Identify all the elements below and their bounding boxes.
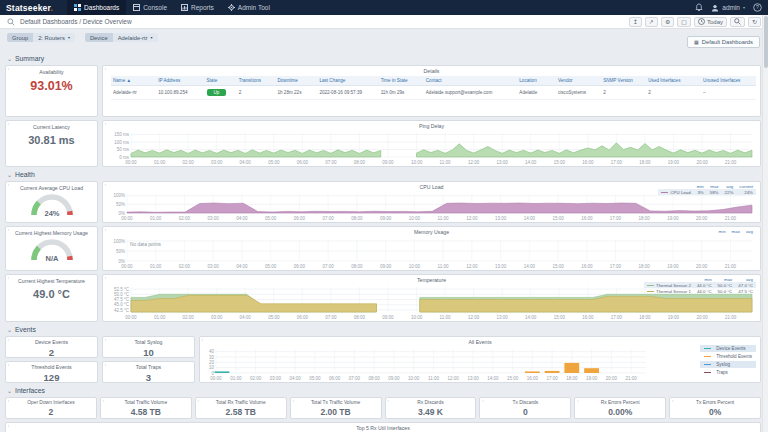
col-transitions[interactable]: Transitions: [237, 76, 276, 86]
group-filter-dropdown[interactable]: 2: Routers▾: [33, 33, 75, 42]
breadcrumb[interactable]: Default Dashboards / Device Overview: [20, 18, 132, 25]
legend-row-device-events[interactable]: Device Events: [700, 345, 756, 352]
svg-text:03:00: 03:00: [211, 315, 223, 320]
svg-text:03:00: 03:00: [208, 264, 220, 269]
settings-button[interactable]: ⚙: [661, 17, 674, 27]
legend-row-sensor1[interactable]: Thermal Sensor 1 44.0 °C50.0 °C47.5 °C: [644, 288, 756, 294]
svg-text:19:00: 19:00: [668, 315, 680, 320]
svg-text:10:00: 10:00: [411, 160, 423, 165]
col-location[interactable]: Location: [517, 76, 556, 86]
user-menu[interactable]: admin ▾: [711, 4, 745, 12]
col-unused[interactable]: Unused Interfaces: [701, 76, 756, 86]
display-button[interactable]: ▢: [677, 17, 691, 27]
svg-text:08:00: 08:00: [351, 216, 363, 221]
all-events-chart[interactable]: 01020304000:0001:0002:0003:0004:0005:000…: [202, 346, 758, 381]
ping-delay-panel: Ping Delay 0 ms50 ms100 ms150 ms00:0001:…: [102, 120, 761, 167]
time-range-button[interactable]: Today: [694, 17, 727, 27]
memory-usage-chart[interactable]: 0%50%100%00:0001:0002:0003:0004:0005:000…: [105, 236, 758, 269]
svg-text:50.0 °C: 50.0 °C: [114, 292, 130, 297]
traps-swatch: [704, 372, 711, 374]
cpu-load-chart[interactable]: 0%50%100%00:0001:0002:0003:0004:0005:000…: [105, 191, 758, 221]
scrollbar-thumb[interactable]: [764, 16, 768, 68]
oper-down-interfaces-panel: Oper Down Interfaces 2: [5, 397, 97, 419]
col-time-in-state[interactable]: Time in State: [379, 76, 424, 86]
current-latency-panel: Current Latency 30.81 ms: [5, 120, 98, 167]
svg-text:17:00: 17:00: [610, 264, 622, 269]
availability-panel: Availability 93.01%: [5, 65, 98, 117]
legend-row-sensor2[interactable]: Thermal Sensor 2 44.0 °C50.0 °C47.0 °C: [644, 282, 756, 288]
svg-text:?: ?: [756, 4, 759, 10]
nav-item-console[interactable]: Console: [126, 0, 174, 15]
cpu-series-swatch: [661, 192, 668, 194]
svg-text:12:00: 12:00: [448, 376, 460, 381]
used-interfaces-link[interactable]: 2: [646, 86, 701, 100]
memory-gauge: N/A: [6, 237, 97, 263]
col-ip[interactable]: IP Address: [156, 76, 204, 86]
svg-text:11:00: 11:00: [440, 315, 451, 320]
svg-text:05:00: 05:00: [268, 160, 280, 165]
grid-icon: ▦: [694, 39, 699, 45]
section-header-summary[interactable]: ⌄ Summary: [7, 54, 761, 63]
legend-row-syslog[interactable]: Syslog: [700, 361, 756, 368]
section-header-events[interactable]: ⌄ Events: [7, 325, 761, 334]
svg-text:06:00: 06:00: [329, 376, 341, 381]
refresh-button[interactable]: ↻: [748, 17, 761, 27]
export-button[interactable]: ↥: [629, 17, 642, 27]
default-dashboards-button[interactable]: ▦ Default Dashboards: [687, 36, 760, 48]
col-contact[interactable]: Contact: [424, 76, 518, 86]
search-icon[interactable]: [7, 18, 15, 26]
col-vendor[interactable]: Vendor: [556, 76, 601, 86]
legend-row-threshold-events[interactable]: Threshold Events: [700, 353, 756, 360]
legend-row-cpu-load[interactable]: CPU Load 3%58%22%24%: [658, 189, 756, 195]
col-downtime[interactable]: Downtime: [275, 76, 317, 86]
ping-delay-chart[interactable]: 0 ms50 ms100 ms150 ms00:0001:0002:0003:0…: [105, 130, 758, 165]
svg-text:05:00: 05:00: [309, 376, 321, 381]
svg-text:100 ms: 100 ms: [114, 140, 130, 145]
nav-item-reports[interactable]: Reports: [174, 0, 221, 15]
svg-text:19:00: 19:00: [586, 376, 598, 381]
svg-text:21:00: 21:00: [725, 264, 737, 269]
notifications-bell-icon[interactable]: [695, 3, 703, 12]
section-header-health[interactable]: ⌄ Health: [7, 170, 761, 179]
nav-item-admin-tool[interactable]: Admin Tool: [221, 0, 277, 15]
device-events-swatch: [704, 348, 711, 350]
total-traps-value: 3: [103, 372, 194, 383]
sensor1-swatch: [647, 291, 654, 293]
rx-discards-panel: Rx Discards 3.49 K: [385, 397, 477, 419]
top-navbar: Statseeker. Dashboards Console Reports A…: [0, 0, 768, 15]
section-header-interfaces[interactable]: ⌄ Interfaces: [7, 386, 761, 395]
svg-text:19:00: 19:00: [667, 216, 679, 221]
device-filter-dropdown[interactable]: Adelaide-rtr▾: [113, 33, 158, 42]
unused-interfaces-link[interactable]: –: [701, 86, 756, 100]
svg-text:17:00: 17:00: [546, 376, 558, 381]
cpu-gauge-value: 24%: [44, 209, 59, 218]
svg-text:16:00: 16:00: [581, 264, 593, 269]
col-state[interactable]: State: [205, 76, 237, 86]
svg-text:00:00: 00:00: [121, 264, 133, 269]
zoom-search-button[interactable]: [730, 17, 745, 27]
share-button[interactable]: ↗: [645, 17, 658, 27]
caret-down-icon: ▾: [68, 35, 70, 40]
svg-text:08:00: 08:00: [369, 376, 381, 381]
col-used[interactable]: Used Interfaces: [646, 76, 701, 86]
nav-item-dashboards[interactable]: Dashboards: [67, 0, 126, 15]
svg-text:07:00: 07:00: [325, 315, 337, 320]
vertical-scrollbar[interactable]: [762, 15, 768, 432]
col-snmp[interactable]: SNMP Version: [601, 76, 646, 86]
svg-text:20:00: 20:00: [696, 160, 708, 165]
legend-row-traps[interactable]: Traps: [700, 369, 756, 376]
svg-text:02:00: 02:00: [182, 315, 194, 320]
svg-text:05:00: 05:00: [265, 216, 277, 221]
statseeker-logo[interactable]: Statseeker.: [6, 3, 53, 13]
sensor2-swatch: [647, 285, 654, 287]
help-icon[interactable]: ?: [753, 3, 762, 12]
svg-text:50 ms: 50 ms: [117, 147, 130, 152]
col-name[interactable]: Name ▲: [111, 76, 156, 86]
memory-gauge-panel: Current Highest Memory Usage N/A: [5, 226, 98, 271]
group-filter-label: Group: [7, 33, 33, 42]
col-last-change[interactable]: Last Change: [317, 76, 378, 86]
svg-text:00:00: 00:00: [121, 216, 133, 221]
svg-text:10:00: 10:00: [408, 376, 420, 381]
svg-text:18:00: 18:00: [639, 216, 651, 221]
svg-text:15:00: 15:00: [552, 264, 564, 269]
